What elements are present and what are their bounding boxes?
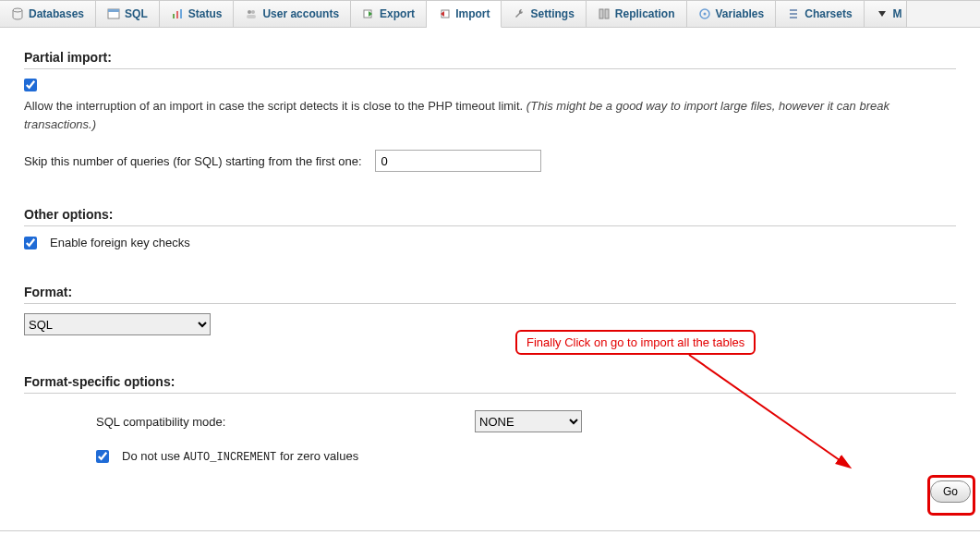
tab-label: Databases <box>29 7 84 20</box>
tab-label: User accounts <box>262 7 339 20</box>
wrench-icon <box>513 7 526 20</box>
annotation-callout: Finally Click on go to import all the ta… <box>515 330 756 355</box>
tab-user-accounts[interactable]: User accounts <box>234 1 351 27</box>
tab-label: Settings <box>530 7 574 20</box>
allow-interrupt-checkbox[interactable] <box>24 79 37 91</box>
format-specific-title: Format-specific options: <box>24 374 956 389</box>
svg-point-6 <box>248 10 251 14</box>
sql-compat-label: SQL compatibility mode: <box>96 415 475 429</box>
tab-databases[interactable]: Databases <box>0 1 96 27</box>
go-button[interactable]: Go <box>930 480 971 503</box>
tab-label: Variables <box>716 7 765 20</box>
charsets-icon <box>787 7 800 20</box>
allow-interrupt-description: Allow the interruption of an import in c… <box>24 97 956 133</box>
tab-label: Export <box>380 7 415 20</box>
foreign-key-checkbox[interactable] <box>24 237 37 249</box>
svg-rect-2 <box>108 9 119 12</box>
divider <box>24 393 956 394</box>
tab-label: M <box>893 7 902 20</box>
tab-label: Replication <box>615 7 675 20</box>
status-icon <box>171 7 184 20</box>
tab-replication[interactable]: Replication <box>587 1 687 27</box>
users-icon <box>245 7 258 20</box>
other-options-title: Other options: <box>24 207 956 222</box>
skip-queries-label: Skip this number of queries (for SQL) st… <box>24 154 362 168</box>
top-tabs: Databases SQL Status User accounts Expor… <box>0 0 980 28</box>
import-icon <box>438 7 451 20</box>
divider <box>24 303 956 304</box>
tab-settings[interactable]: Settings <box>502 1 586 27</box>
variables-icon <box>698 7 711 20</box>
tab-label: SQL <box>125 7 148 20</box>
tab-label: Import <box>455 7 490 20</box>
skip-queries-input[interactable] <box>375 150 541 172</box>
export-icon <box>362 7 375 20</box>
replication-icon <box>598 7 611 20</box>
sql-compat-select[interactable]: NONE <box>475 410 582 432</box>
tab-variables[interactable]: Variables <box>687 1 777 27</box>
tab-charsets[interactable]: Charsets <box>776 1 864 27</box>
tab-label: Charsets <box>805 7 852 20</box>
desc-main: Allow the interruption of an import in c… <box>24 99 523 113</box>
tab-sql[interactable]: SQL <box>96 1 160 27</box>
format-title: Format: <box>24 285 956 299</box>
svg-rect-5 <box>180 9 182 18</box>
triangle-down-icon <box>876 7 889 20</box>
svg-rect-3 <box>173 14 175 18</box>
tab-more[interactable]: M <box>865 1 907 27</box>
svg-point-7 <box>251 10 255 14</box>
tab-import[interactable]: Import <box>427 1 502 28</box>
foreign-key-label: Enable foreign key checks <box>50 236 190 249</box>
partial-import-title: Partial import: <box>24 50 956 65</box>
autoincrement-checkbox[interactable] <box>96 450 109 463</box>
database-icon <box>11 7 24 20</box>
bottom-divider <box>0 530 980 531</box>
tab-label: Status <box>188 7 223 20</box>
import-panel: Partial import: Allow the interruption o… <box>0 28 980 499</box>
sql-icon <box>107 7 120 20</box>
tab-status[interactable]: Status <box>160 1 235 27</box>
svg-rect-4 <box>176 11 178 18</box>
divider <box>24 68 956 69</box>
svg-rect-12 <box>605 9 609 18</box>
svg-point-14 <box>703 13 706 16</box>
tab-export[interactable]: Export <box>351 1 427 27</box>
svg-rect-8 <box>247 15 256 18</box>
format-select[interactable]: SQL <box>24 313 211 335</box>
autoincrement-label: Do not use AUTO_INCREMENT for zero value… <box>122 449 358 464</box>
divider <box>24 225 956 226</box>
svg-point-0 <box>13 8 22 12</box>
svg-rect-11 <box>599 9 603 18</box>
